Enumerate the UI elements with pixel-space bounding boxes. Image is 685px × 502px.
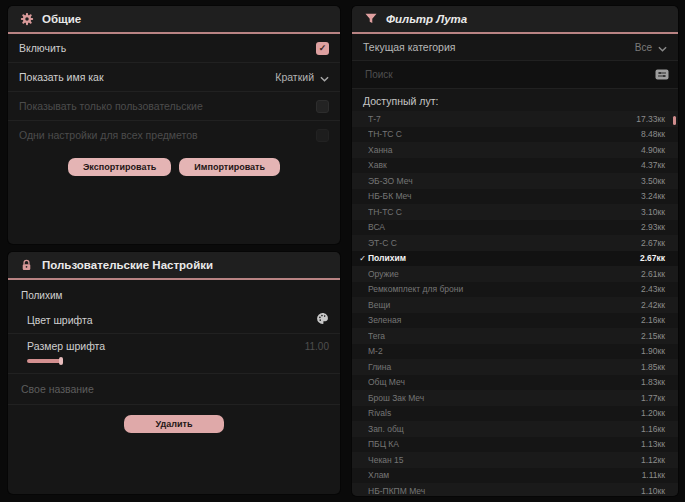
list-item[interactable]: ЭБ-ЗО Меч3.50кк bbox=[352, 173, 678, 189]
palette-icon[interactable] bbox=[316, 311, 329, 329]
loot-item-name: Ремкомплект для брони bbox=[368, 284, 641, 294]
general-panel-title: Общие bbox=[42, 13, 81, 25]
list-item[interactable]: НБ-ПКПМ Меч1.10кк bbox=[352, 483, 678, 496]
loot-item-name: Оружие bbox=[368, 269, 641, 279]
loot-filter-panel: Фильтр Лута Текущая категория Все bbox=[352, 6, 678, 496]
list-item[interactable]: Т-717.33кк bbox=[352, 111, 678, 127]
filter-settings-icon[interactable] bbox=[655, 66, 669, 84]
category-label: Текущая категория bbox=[363, 41, 456, 53]
list-item[interactable]: Rivals1.20кк bbox=[352, 406, 678, 422]
same-settings-row: Одни настройки для всех предметов bbox=[8, 121, 340, 149]
loot-item-value: 2.43кк bbox=[641, 284, 665, 294]
list-item[interactable]: Оружие2.61кк bbox=[352, 266, 678, 282]
category-dropdown[interactable]: Все bbox=[635, 38, 667, 56]
import-button[interactable]: Импортировать bbox=[179, 158, 280, 176]
loot-item-name: Хавк bbox=[368, 160, 641, 170]
loot-item-value: 2.15кк bbox=[641, 331, 665, 341]
font-size-slider[interactable] bbox=[27, 356, 327, 365]
loot-item-name: Зап. общ bbox=[368, 424, 641, 434]
list-item[interactable]: Хавк4.37кк bbox=[352, 158, 678, 174]
font-size-label: Размер шрифта bbox=[27, 340, 105, 352]
list-item[interactable]: ЭТ-С С2.67кк bbox=[352, 235, 678, 251]
list-item[interactable]: Общ Меч1.83кк bbox=[352, 375, 678, 391]
loot-item-value: 3.10кк bbox=[641, 207, 665, 217]
loot-filter-title: Фильтр Лута bbox=[386, 13, 467, 25]
loot-item-name: Тега bbox=[368, 331, 641, 341]
font-color-row: Цвет шрифта bbox=[8, 307, 340, 334]
list-item[interactable]: Ремкомплект для брони2.43кк bbox=[352, 282, 678, 298]
list-item[interactable]: Глина1.85кк bbox=[352, 359, 678, 375]
export-button[interactable]: Экспортировать bbox=[68, 158, 171, 176]
font-size-value: 11.00 bbox=[305, 341, 329, 352]
only-custom-checkbox[interactable] bbox=[316, 100, 329, 113]
slider-fill bbox=[27, 359, 61, 363]
list-item[interactable]: Вещи2.42кк bbox=[352, 297, 678, 313]
list-item[interactable]: Зап. общ1.16кк bbox=[352, 421, 678, 437]
list-item[interactable]: Зеленая2.16кк bbox=[352, 313, 678, 329]
loot-item-name: Полихим bbox=[368, 253, 640, 263]
show-name-value: Краткий bbox=[275, 71, 314, 83]
enable-checkbox[interactable]: ✓ bbox=[316, 42, 329, 55]
search-input[interactable] bbox=[363, 68, 655, 81]
loot-filter-header: Фильтр Лута bbox=[352, 6, 678, 34]
loot-item-value: 1.10кк bbox=[641, 486, 665, 496]
loot-item-name: Брош Зак Меч bbox=[368, 393, 641, 403]
enable-row: Включить ✓ bbox=[8, 34, 340, 63]
show-name-label: Показать имя как bbox=[19, 71, 104, 83]
list-item[interactable]: ТН-ТС С8.48кк bbox=[352, 127, 678, 143]
only-custom-label: Показывать только пользовательские bbox=[19, 100, 203, 112]
loot-item-name: Глина bbox=[368, 362, 641, 372]
available-loot-label: Доступный лут: bbox=[352, 89, 678, 111]
loot-item-name: ВСА bbox=[368, 222, 641, 232]
loot-item-name: НБ-БК Меч bbox=[368, 191, 641, 201]
list-item[interactable]: Тега2.15кк bbox=[352, 328, 678, 344]
list-item[interactable]: ✓Полихим2.67кк bbox=[352, 251, 678, 267]
loot-item-name: Вещи bbox=[368, 300, 641, 310]
funnel-icon bbox=[363, 12, 378, 27]
loot-item-value: 1.13кк bbox=[641, 439, 665, 449]
loot-item-value: 1.12кк bbox=[641, 455, 665, 465]
chevron-down-icon bbox=[658, 38, 667, 56]
loot-item-value: 2.16кк bbox=[641, 315, 665, 325]
loot-item-name: Т-7 bbox=[368, 114, 636, 124]
loot-item-value: 1.77кк bbox=[641, 393, 665, 403]
same-settings-label: Одни настройки для всех предметов bbox=[19, 129, 198, 141]
font-size-block: Размер шрифта 11.00 bbox=[8, 334, 340, 374]
loot-item-value: 1.20кк bbox=[641, 408, 665, 418]
list-item[interactable]: ТН-ТС С3.10кк bbox=[352, 204, 678, 220]
custom-settings-panel: Пользовательские Настройки Полихим Цвет … bbox=[8, 252, 340, 494]
slider-handle[interactable] bbox=[59, 357, 63, 365]
show-name-dropdown[interactable]: Краткий bbox=[275, 68, 329, 86]
loot-item-name: ТН-ТС С bbox=[368, 207, 641, 217]
loot-item-name: ЭБ-ЗО Меч bbox=[368, 176, 641, 186]
list-item[interactable]: ВСА2.93кк bbox=[352, 220, 678, 236]
loot-item-value: 2.67кк bbox=[641, 238, 665, 248]
list-item[interactable]: Хлам1.11кк bbox=[352, 468, 678, 484]
font-color-label: Цвет шрифта bbox=[27, 314, 93, 326]
delete-button[interactable]: Удалить bbox=[124, 415, 225, 433]
loot-item-value: 2.93кк bbox=[641, 222, 665, 232]
list-item[interactable]: М-21.90кк bbox=[352, 344, 678, 360]
custom-settings-header: Пользовательские Настройки bbox=[8, 252, 340, 280]
mod-settings-screen: Общие Включить ✓ Показать имя как Кратки… bbox=[0, 0, 685, 502]
list-item[interactable]: Чекан 151.12кк bbox=[352, 452, 678, 468]
list-item[interactable]: Ханна4.90кк bbox=[352, 142, 678, 158]
loot-item-name: ПБЦ КА bbox=[368, 439, 641, 449]
show-name-row: Показать имя как Краткий bbox=[8, 63, 340, 92]
loot-item-value: 1.11кк bbox=[642, 470, 665, 480]
list-item[interactable]: ПБЦ КА1.13кк bbox=[352, 437, 678, 453]
loot-item-value: 17.33кк bbox=[636, 114, 665, 124]
loot-item-value: 1.16кк bbox=[641, 424, 665, 434]
scrollbar-thumb[interactable] bbox=[673, 116, 676, 125]
chevron-down-icon bbox=[320, 68, 329, 86]
general-panel: Общие Включить ✓ Показать имя как Кратки… bbox=[8, 6, 340, 244]
custom-name-input[interactable] bbox=[19, 382, 329, 396]
list-item[interactable]: Брош Зак Меч1.77кк bbox=[352, 390, 678, 406]
only-custom-row: Показывать только пользовательские bbox=[8, 92, 340, 121]
loot-item-value: 2.42кк bbox=[641, 300, 665, 310]
loot-item-name: ТН-ТС С bbox=[368, 129, 641, 139]
list-item[interactable]: НБ-БК Меч3.24кк bbox=[352, 189, 678, 205]
same-settings-checkbox[interactable] bbox=[316, 129, 329, 142]
selected-item-name: Полихим bbox=[8, 280, 340, 307]
loot-item-name: Общ Меч bbox=[368, 377, 641, 387]
